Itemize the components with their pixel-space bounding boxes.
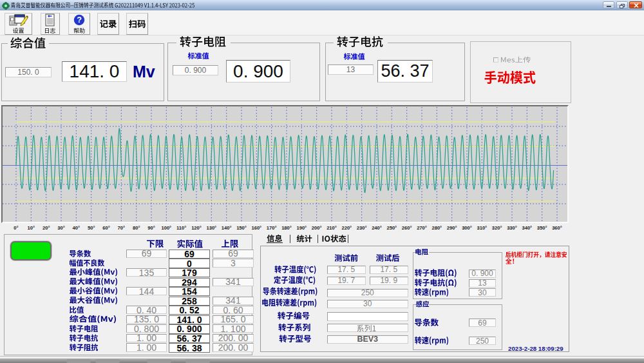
svg-text:210°: 210°: [327, 225, 337, 231]
svg-text:140°: 140°: [222, 225, 232, 231]
svg-text:130°: 130°: [206, 225, 216, 231]
svg-text:320°: 320°: [492, 225, 502, 231]
svg-text:250°: 250°: [386, 225, 397, 231]
svg-text:50°: 50°: [88, 225, 95, 231]
svg-text:170°: 170°: [267, 225, 277, 231]
svg-text:40°: 40°: [73, 225, 80, 231]
svg-text:240°: 240°: [372, 225, 382, 231]
svg-text:0°: 0°: [14, 225, 18, 231]
svg-text:90°: 90°: [147, 225, 155, 231]
svg-text:310°: 310°: [477, 225, 487, 231]
svg-text:220°: 220°: [341, 225, 352, 231]
svg-text:120°: 120°: [191, 225, 202, 231]
svg-text:300°: 300°: [462, 225, 472, 231]
svg-text:270°: 270°: [417, 225, 427, 231]
svg-text:60°: 60°: [102, 225, 109, 231]
svg-text:280°: 280°: [431, 225, 442, 231]
svg-text:290°: 290°: [447, 225, 457, 231]
svg-text:360°: 360°: [552, 225, 562, 231]
svg-text:160°: 160°: [251, 225, 261, 231]
svg-text:350°: 350°: [537, 225, 547, 231]
svg-text:30°: 30°: [57, 225, 64, 231]
svg-text:230°: 230°: [357, 225, 367, 231]
svg-text:330°: 330°: [507, 225, 517, 231]
svg-text:10°: 10°: [28, 225, 35, 231]
svg-text:260°: 260°: [402, 225, 412, 231]
svg-text:110°: 110°: [176, 225, 186, 231]
svg-text:190°: 190°: [296, 225, 307, 231]
svg-text:180°: 180°: [281, 225, 292, 231]
svg-text:100°: 100°: [161, 225, 171, 231]
svg-text:340°: 340°: [522, 225, 532, 231]
svg-text:80°: 80°: [133, 225, 140, 231]
svg-text:150°: 150°: [236, 225, 247, 231]
svg-text:200°: 200°: [312, 225, 322, 231]
svg-text:70°: 70°: [118, 225, 125, 231]
svg-text:20°: 20°: [43, 225, 50, 231]
